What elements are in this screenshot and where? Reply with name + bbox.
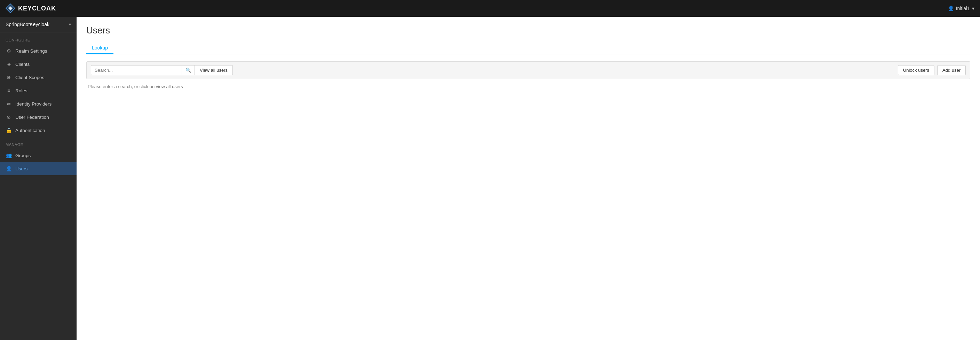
sidebar-item-identity-providers[interactable]: ⇌ Identity Providers bbox=[0, 97, 76, 110]
page-title: Users bbox=[86, 25, 970, 36]
sidebar-item-authentication[interactable]: 🔒 Authentication bbox=[0, 124, 76, 137]
keycloak-logo-icon bbox=[6, 3, 15, 13]
sidebar-item-users[interactable]: 👤 Users bbox=[0, 162, 76, 175]
clients-icon: ◈ bbox=[6, 61, 12, 67]
sidebar-item-client-scopes[interactable]: ⊕ Client Scopes bbox=[0, 71, 76, 84]
groups-icon: 👥 bbox=[6, 152, 12, 158]
sidebar-item-label: Groups bbox=[15, 153, 30, 158]
user-icon: 👤 bbox=[948, 6, 954, 11]
authentication-icon: 🔒 bbox=[6, 127, 12, 133]
topbar: KEYCLOAK 👤 Initial1 ▾ bbox=[0, 0, 980, 17]
main-layout: SpringBootKeycloak ▾ Configure ⚙ Realm S… bbox=[0, 17, 980, 340]
search-bar-area: 🔍 View all users Unlock users Add user bbox=[86, 61, 970, 79]
sidebar-item-groups[interactable]: 👥 Groups bbox=[0, 149, 76, 162]
sidebar-item-label: Authentication bbox=[15, 128, 45, 133]
view-all-users-button[interactable]: View all users bbox=[195, 65, 233, 75]
sidebar-item-label: Roles bbox=[15, 88, 27, 93]
client-scopes-icon: ⊕ bbox=[6, 74, 12, 80]
search-right-group: Unlock users Add user bbox=[898, 65, 966, 75]
sidebar-item-user-federation[interactable]: ⊗ User Federation bbox=[0, 110, 76, 124]
sidebar-item-clients[interactable]: ◈ Clients bbox=[0, 57, 76, 71]
add-user-button[interactable]: Add user bbox=[937, 65, 966, 75]
user-chevron-icon: ▾ bbox=[972, 6, 974, 11]
tab-lookup[interactable]: Lookup bbox=[86, 42, 113, 54]
user-federation-icon: ⊗ bbox=[6, 114, 12, 120]
unlock-users-button[interactable]: Unlock users bbox=[898, 65, 934, 75]
content-area: Users Lookup 🔍 View all users Unlock use… bbox=[76, 17, 980, 340]
sidebar-item-label: Realm Settings bbox=[15, 48, 47, 54]
sidebar-item-roles[interactable]: ≡ Roles bbox=[0, 84, 76, 97]
sidebar-item-label: User Federation bbox=[15, 115, 49, 120]
search-row: 🔍 View all users Unlock users Add user bbox=[91, 65, 966, 75]
realm-selector[interactable]: SpringBootKeycloak ▾ bbox=[0, 17, 76, 32]
sidebar-item-label: Client Scopes bbox=[15, 75, 44, 80]
sidebar-item-realm-settings[interactable]: ⚙ Realm Settings bbox=[0, 44, 76, 57]
users-icon: 👤 bbox=[6, 166, 12, 172]
sidebar-item-label: Users bbox=[15, 166, 27, 171]
configure-section-label: Configure bbox=[0, 32, 76, 44]
roles-icon: ≡ bbox=[6, 88, 12, 94]
user-label: Initial1 bbox=[956, 6, 970, 11]
sidebar: SpringBootKeycloak ▾ Configure ⚙ Realm S… bbox=[0, 17, 76, 340]
sidebar-item-label: Clients bbox=[15, 62, 30, 67]
brand-name: KEYCLOAK bbox=[18, 5, 56, 12]
sidebar-item-label: Identity Providers bbox=[15, 101, 51, 107]
realm-chevron-icon: ▾ bbox=[69, 22, 71, 27]
manage-section-label: Manage bbox=[0, 137, 76, 149]
search-input-wrap bbox=[91, 65, 182, 75]
logo-area: KEYCLOAK bbox=[6, 3, 56, 13]
search-button[interactable]: 🔍 bbox=[182, 65, 195, 75]
search-input[interactable] bbox=[91, 65, 182, 75]
identity-providers-icon: ⇌ bbox=[6, 101, 12, 107]
search-left-group: 🔍 View all users bbox=[91, 65, 233, 75]
tabs-bar: Lookup bbox=[86, 42, 970, 54]
realm-name: SpringBootKeycloak bbox=[6, 22, 49, 27]
user-menu[interactable]: 👤 Initial1 ▾ bbox=[948, 6, 974, 11]
realm-settings-icon: ⚙ bbox=[6, 48, 12, 54]
empty-message: Please enter a search, or click on view … bbox=[86, 79, 970, 94]
search-icon: 🔍 bbox=[186, 68, 191, 73]
